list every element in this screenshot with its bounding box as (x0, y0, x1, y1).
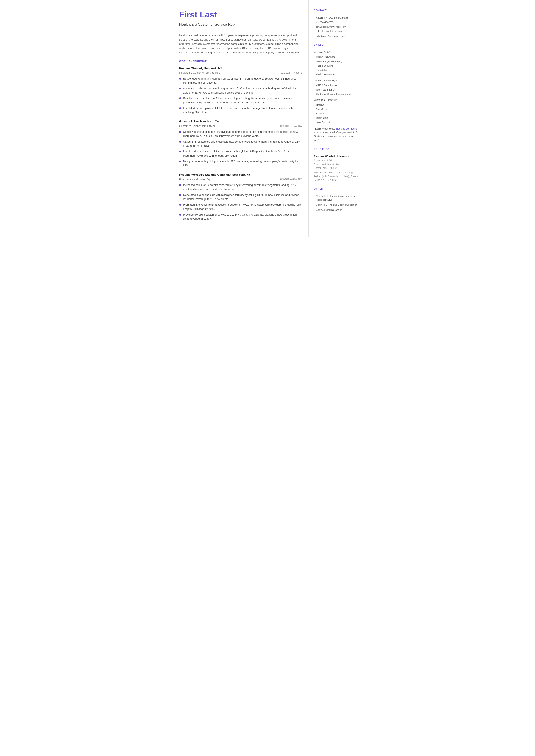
skill-item: Technical Support (314, 88, 359, 92)
education-block-1: Resume Worded University Associate of Ar… (314, 154, 359, 182)
bullet-icon (179, 151, 181, 153)
other-list: Certified Healthcare Customer Service Re… (314, 194, 359, 212)
job-role-row-3: Pharmaceutical Sales Rep 06/2010 – 01/20… (179, 177, 302, 182)
skill-item: Health Insurance (314, 72, 359, 76)
other-item: Certified Billing and Coding Specialist. (314, 203, 359, 207)
job-dates-1: 01/2015 – Present (281, 71, 302, 75)
skill-item: Medicare (Experienced) (314, 60, 359, 63)
job-role-2: Customer Relationship Officer (179, 124, 215, 128)
job-role-row-1: Healthcare Customer Service Rep 01/2015 … (179, 71, 302, 75)
list-item: Increased sales for 12 weeks consecutive… (179, 183, 302, 192)
list-item: Called 2.4K customers and cross-sold new… (179, 140, 302, 148)
skill-item: Typing (Advanced) (314, 55, 359, 59)
company-name-1: Resume Worded, New York, NY (179, 66, 302, 70)
list-item: Responded to general inquiries from 10 c… (179, 77, 302, 85)
skill-item: Salesforce (314, 107, 359, 111)
contact-section-label: CONTACT (314, 9, 359, 14)
job-dates-2: 02/2012 – 12/2014 (280, 124, 302, 128)
bullet-icon (179, 204, 181, 206)
job-bullets-2: Conceived and launched innovative lead g… (179, 130, 302, 168)
bullet-icon (179, 194, 181, 196)
bullet-icon (179, 78, 181, 79)
skill-item: Lynk Everest (314, 121, 359, 124)
list-item: Resolved the complaints of 2K customers,… (179, 96, 302, 105)
skills-category-technical: Technical Skills: (314, 50, 359, 54)
job-header-3: Resume Worded's Exciting Company, New Yo… (179, 173, 302, 177)
list-item: Designed a recurring billing process for… (179, 159, 302, 168)
list-item: Provided excellent customer service to 2… (179, 213, 302, 221)
education-section-label: EDUCATION (314, 147, 359, 153)
candidate-name: First Last (179, 9, 302, 21)
skills-section-label: SKILLS (314, 43, 359, 48)
contact-item-location: Austin, TX (Open to Remote) (314, 16, 359, 20)
job-bullets-3: Increased sales for 12 weeks consecutive… (179, 183, 302, 221)
summary-text: Healthcare customer service rep with 10 … (179, 33, 302, 55)
skill-item: Timpani (314, 103, 359, 107)
edu-awards: Awards: Resume Worded Teaching Fellow (o… (314, 171, 359, 182)
skills-tools-list: Timpani Salesforce Blackbaud Telemation … (314, 103, 359, 124)
skill-item: Scheduling (314, 68, 359, 72)
skill-item: Phone Etiquette (314, 64, 359, 68)
job-dates-3: 06/2010 – 01/2012 (280, 177, 302, 181)
list-item: Promoted innovative pharmaceutical produ… (179, 203, 302, 211)
resume-worded-link[interactable]: Resume Worded (336, 127, 355, 130)
job-bullets-1: Responded to general inquiries from 10 c… (179, 77, 302, 115)
job-header-2: Growthsi, San Francisco, CA (179, 119, 302, 124)
list-item: Answered the billing and medical questio… (179, 87, 302, 95)
skills-technical-list: Typing (Advanced) Medicare (Experienced)… (314, 55, 359, 76)
skill-item: Blackbaud (314, 112, 359, 116)
skill-item: Telemation (314, 116, 359, 120)
bullet-icon (179, 107, 181, 109)
edu-degree: Associate of Arts (314, 159, 359, 162)
contact-item-linkedin: linkedin.com/in/username (314, 30, 359, 33)
contact-item-github: github.com/resumeworded (314, 34, 359, 38)
skill-item: Customer Service Management (314, 92, 359, 96)
list-item: Conceived and launched innovative lead g… (179, 130, 302, 138)
bullet-icon (179, 214, 181, 215)
promo-text: · Don't forget to use Resume Worded to s… (314, 127, 359, 142)
job-role-1: Healthcare Customer Service Rep (179, 71, 220, 75)
left-column: First Last Healthcare Customer Service R… (171, 0, 309, 237)
job-role-3: Pharmaceutical Sales Rep (179, 177, 211, 182)
list-item: Generated a year-end sale within assigne… (179, 193, 302, 202)
right-column: CONTACT Austin, TX (Open to Remote) +1-2… (309, 0, 365, 237)
edu-location-date: Boston, MA — 05/2010 (314, 166, 359, 170)
company-name-3: Resume Worded's Exciting Company, New Yo… (179, 173, 302, 177)
other-item: Certified Medical Coder. (314, 208, 359, 212)
skill-item: HIPAA Compliance (314, 84, 359, 87)
bullet-icon (179, 160, 181, 162)
bullet-icon (179, 184, 181, 186)
bullet-icon (179, 88, 181, 90)
skills-category-industry: Industry Knowledge: (314, 79, 359, 83)
school-name: Resume Worded University (314, 154, 359, 159)
company-name-2: Growthsi, San Francisco, CA (179, 119, 302, 124)
bullet-icon (179, 98, 181, 99)
list-item: Introduced a customer satisfaction progr… (179, 150, 302, 158)
contact-item-email: email@resumeworded.com (314, 25, 359, 29)
contact-item-phone: +1-234-456-789 (314, 20, 359, 24)
other-section-label: OTHER (314, 187, 359, 192)
candidate-title: Healthcare Customer Service Rep (179, 22, 302, 30)
job-block-2: Growthsi, San Francisco, CA Customer Rel… (179, 119, 302, 168)
job-role-row-2: Customer Relationship Officer 02/2012 – … (179, 124, 302, 128)
contact-list: Austin, TX (Open to Remote) +1-234-456-7… (314, 16, 359, 38)
bullet-icon (179, 131, 181, 133)
list-item: Escalated the complaints of 1.5K upset c… (179, 106, 302, 115)
skills-industry-list: HIPAA Compliance Technical Support Custo… (314, 84, 359, 96)
work-experience-label: WORK EXPERIENCE (179, 60, 302, 63)
bullet-icon (179, 141, 181, 143)
edu-field: Business Administration (314, 162, 359, 166)
job-block-1: Resume Worded, New York, NY Healthcare C… (179, 66, 302, 115)
job-block-3: Resume Worded's Exciting Company, New Yo… (179, 173, 302, 221)
skills-category-tools: Tools and Software: (314, 98, 359, 102)
other-item: Certified Healthcare Customer Service Re… (314, 194, 359, 202)
job-header-1: Resume Worded, New York, NY (179, 66, 302, 70)
